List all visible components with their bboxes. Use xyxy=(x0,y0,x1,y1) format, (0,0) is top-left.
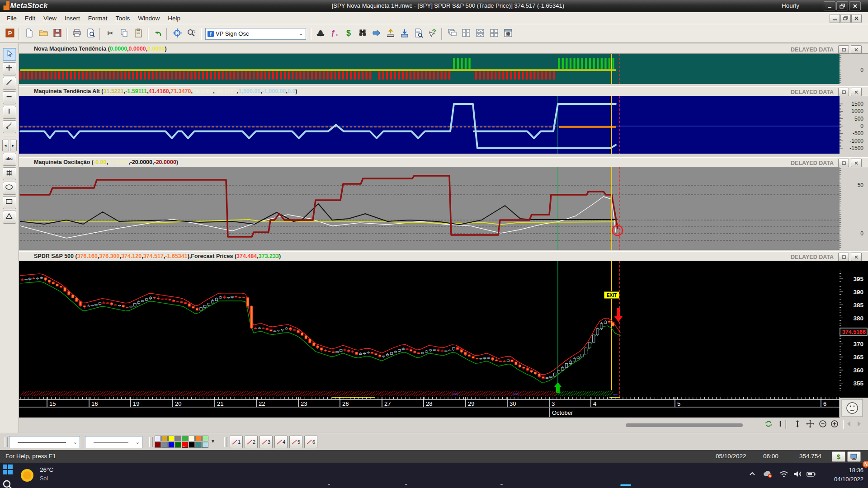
data-source-button[interactable] xyxy=(847,451,861,462)
menu-help[interactable]: Help xyxy=(164,14,184,23)
online-data-button[interactable] xyxy=(398,27,411,40)
panel-restore-button[interactable] xyxy=(838,159,849,167)
child-close-button[interactable] xyxy=(851,14,862,23)
menu-file[interactable]: File xyxy=(3,14,21,23)
resize-vertical-button[interactable] xyxy=(792,419,803,430)
copy-button[interactable] xyxy=(118,27,131,40)
forecaster-button[interactable] xyxy=(370,27,383,40)
child-restore-button[interactable] xyxy=(840,14,851,23)
explorer-button[interactable] xyxy=(314,27,327,40)
close-button[interactable] xyxy=(849,1,861,10)
zoom-tool-button[interactable] xyxy=(184,27,198,40)
menu-window[interactable]: Window xyxy=(134,14,164,23)
expert-advisor-button[interactable]: $ xyxy=(342,27,355,40)
power-console-button[interactable]: P xyxy=(3,27,16,40)
volume-icon[interactable] xyxy=(792,469,803,481)
restore-button[interactable] xyxy=(836,1,848,10)
panel-restore-button[interactable] xyxy=(838,88,849,96)
taskbar-search-button[interactable] xyxy=(0,478,15,488)
window-settings-button[interactable] xyxy=(501,27,514,40)
color-swatch[interactable] xyxy=(189,442,195,448)
crosshair-pointer-button[interactable] xyxy=(170,27,184,40)
color-swatch[interactable] xyxy=(161,436,168,441)
menu-insert[interactable]: Insert xyxy=(61,14,84,23)
paste-button[interactable] xyxy=(132,27,145,40)
panel-header-spdr-sp500[interactable]: SPDR S&P 500 (376.160, 376.300, 374.120,… xyxy=(19,251,868,261)
color-swatch[interactable] xyxy=(189,436,195,441)
weather-temperature[interactable]: 26°C xyxy=(40,466,53,473)
print-preview-button[interactable] xyxy=(84,27,97,40)
cut-button[interactable]: ✂ xyxy=(104,27,117,40)
color-swatch[interactable] xyxy=(202,442,208,448)
zoom-in-button[interactable] xyxy=(829,419,840,430)
line-style-select[interactable]: ⌄ xyxy=(9,436,80,448)
color-swatch[interactable] xyxy=(195,442,202,448)
color-swatch[interactable] xyxy=(175,442,181,448)
page-right-button[interactable] xyxy=(854,419,864,430)
print-button[interactable] xyxy=(70,27,83,40)
color-swatch[interactable] xyxy=(175,436,181,441)
battery-icon[interactable] xyxy=(806,469,816,481)
tile-grid-button[interactable] xyxy=(487,27,500,40)
undo-button[interactable] xyxy=(151,27,164,40)
text-tool-button[interactable]: abc xyxy=(3,153,16,166)
chart-template-button-1[interactable]: 1 xyxy=(230,436,243,448)
chart-template-button-3[interactable]: 3 xyxy=(259,436,273,448)
weather-icon[interactable] xyxy=(19,467,35,483)
menu-edit[interactable]: Edit xyxy=(21,14,39,23)
line-weight-select[interactable]: ⌄ xyxy=(85,436,142,448)
taskbar-clock[interactable]: 18:36 04/10/2022 xyxy=(834,466,863,484)
indicator-quicklist-select[interactable]: fVP Sign Osc⌄ xyxy=(205,28,306,40)
refresh-button[interactable] xyxy=(763,419,774,430)
palette-more-button[interactable]: ▼ xyxy=(211,439,215,444)
panel-header-nova-maquineta-tendencia[interactable]: Nova Maquineta Tendência (0.0000, 0.0000… xyxy=(19,44,868,54)
bar-button[interactable] xyxy=(775,419,786,430)
panel-restore-button[interactable] xyxy=(838,45,849,54)
onedrive-error-icon[interactable] xyxy=(762,469,773,481)
color-swatch[interactable] xyxy=(182,442,188,448)
system-report-button[interactable] xyxy=(412,27,425,40)
explorer-scan-button[interactable] xyxy=(356,27,369,40)
tray-expand-icon[interactable] xyxy=(747,469,758,481)
tile-vertical-button[interactable] xyxy=(459,27,472,40)
color-swatch[interactable] xyxy=(155,436,161,441)
indicator-builder-button[interactable]: ƒx xyxy=(328,27,341,40)
cascade-windows-button[interactable] xyxy=(445,27,458,40)
color-swatch[interactable] xyxy=(168,442,175,448)
color-swatch[interactable] xyxy=(182,436,188,441)
panel-restore-button[interactable] xyxy=(838,253,849,261)
horizontal-scrollbar[interactable] xyxy=(626,423,743,427)
zoom-out-button[interactable] xyxy=(817,419,828,430)
panel-header-maquineta-tendencia-alt[interactable]: Maquineta Tendência Alt (31.5221, -1.591… xyxy=(19,86,868,96)
weather-description[interactable]: Sol xyxy=(40,475,48,482)
chart-template-button-2[interactable]: 2 xyxy=(245,436,258,448)
panel-header-maquineta-oscilacao[interactable]: Maquineta Oscilação (-0.00, 27.3885, -20… xyxy=(19,157,868,167)
menu-view[interactable]: View xyxy=(39,14,61,23)
context-help-button[interactable]: ? xyxy=(426,27,439,40)
color-swatch[interactable] xyxy=(202,436,208,441)
color-swatch[interactable] xyxy=(168,436,175,441)
chart-template-button-4[interactable]: 4 xyxy=(274,436,288,448)
wifi-icon[interactable] xyxy=(778,469,789,481)
dollar-mode-button[interactable]: $ xyxy=(832,451,845,462)
downloader-button[interactable] xyxy=(384,27,397,40)
panel-close-button[interactable] xyxy=(851,88,862,96)
minimize-button[interactable] xyxy=(824,1,835,10)
move-chart-button[interactable] xyxy=(805,419,816,430)
chart-template-button-6[interactable]: 6 xyxy=(304,436,317,448)
color-swatch[interactable] xyxy=(161,442,168,448)
menu-format[interactable]: Format xyxy=(84,14,112,23)
panel-close-button[interactable] xyxy=(851,45,862,54)
panel-close-button[interactable] xyxy=(851,159,862,167)
chart-template-button-5[interactable]: 5 xyxy=(289,436,302,448)
save-button[interactable] xyxy=(51,27,64,40)
taskbar-start-button[interactable] xyxy=(0,463,15,478)
menu-tools[interactable]: Tools xyxy=(112,14,134,23)
tile-horizontal-button[interactable] xyxy=(473,27,486,40)
color-swatch[interactable] xyxy=(155,442,161,448)
color-swatch[interactable] xyxy=(195,436,202,441)
child-minimize-button[interactable] xyxy=(830,14,840,23)
new-chart-button[interactable] xyxy=(23,27,36,40)
page-left-button[interactable] xyxy=(844,419,854,430)
panel-close-button[interactable] xyxy=(851,253,862,261)
